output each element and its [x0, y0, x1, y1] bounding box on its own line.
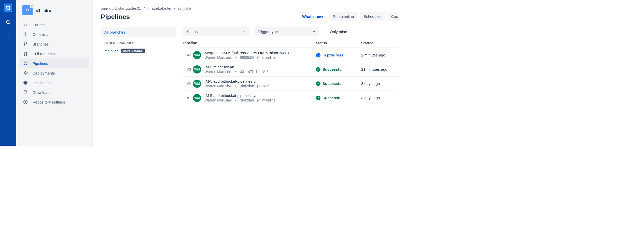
pipeline-title: IM-5 add bitbucket-pipelines.yml	[205, 79, 316, 83]
sidebar-item-repository-settings[interactable]: Repository settings	[19, 97, 89, 107]
pipeline-row[interactable]: #2WMIM-5 add bitbucket-pipelines.ymlWarr…	[183, 77, 399, 91]
only-mine-toggle[interactable]: Only mine	[330, 30, 347, 34]
svg-point-23	[235, 71, 236, 72]
global-sidebar	[0, 0, 16, 146]
status-cell: ✓Successful	[316, 96, 361, 100]
breadcrumb-item[interactable]: s3_infra	[178, 6, 191, 10]
author-name: Warren Marusiak	[205, 98, 232, 102]
sidebar-item-label: Branches	[33, 42, 49, 46]
pipeline-title: IM-5 minor tweak	[205, 65, 316, 69]
filter-row: Status Trigger type Only mine	[183, 27, 399, 36]
branch-name: IM-5	[261, 70, 269, 74]
branch-name: mainline	[262, 55, 276, 60]
breadcrumb-separator: /	[144, 6, 145, 10]
pipeline-number: #3	[183, 67, 193, 71]
sidebar-item-branches[interactable]: Branches	[19, 39, 89, 49]
sidebar-item-downloads[interactable]: Downloads	[19, 87, 89, 97]
author-avatar: WM	[193, 65, 201, 74]
commit-hash: 3bd2dab	[240, 98, 254, 102]
caches-button[interactable]: Cac	[387, 12, 399, 21]
add-icon[interactable]	[4, 33, 12, 41]
sidebar-item-label: Repository settings	[33, 100, 65, 104]
sidebar-item-pipelines[interactable]: Pipelines	[19, 58, 89, 68]
trigger-select-label: Trigger type	[258, 30, 278, 34]
sidebar-item-commits[interactable]: Commits	[19, 30, 89, 39]
svg-point-9	[26, 42, 27, 43]
svg-point-11	[24, 54, 25, 55]
branch-icon	[23, 42, 28, 46]
pipeline-info: Merged in IM-5 (pull request #1) IM-5 mi…	[205, 51, 316, 60]
branch-name: mainline	[104, 49, 119, 53]
svg-point-0	[6, 21, 9, 24]
commit-hash: 331147f	[240, 70, 253, 74]
sidebar-item-label: Jira issues	[33, 81, 51, 85]
download-icon	[23, 90, 28, 95]
started-cell: 21 minutes ago	[361, 67, 399, 71]
check-circle-icon: ✓	[316, 81, 320, 86]
page-title: Pipelines	[101, 13, 130, 21]
sidebar-item-pull-requests[interactable]: Pull requests	[19, 49, 89, 58]
search-icon[interactable]	[4, 18, 12, 26]
svg-point-38	[257, 99, 258, 100]
status-select[interactable]: Status	[183, 27, 249, 36]
all-branches-button[interactable]: All branches	[101, 27, 176, 37]
status-text: Successful	[323, 67, 343, 71]
status-select-label: Status	[187, 30, 198, 34]
commit-icon	[234, 99, 237, 102]
commit-icon	[234, 84, 237, 88]
svg-line-1	[9, 23, 10, 24]
header-pipeline: Pipeline	[183, 41, 316, 45]
trigger-type-select[interactable]: Trigger type	[254, 27, 319, 36]
breadcrumb-item[interactable]: ImageLabeller	[147, 6, 172, 10]
pipeline-row[interactable]: #4WMMerged in IM-5 (pull request #1) IM-…	[183, 48, 399, 62]
svg-point-34	[259, 85, 259, 86]
sidebar-item-label: Commits	[33, 32, 48, 37]
pipeline-info: IM-5 minor tweakWarren Marusiak331147fIM…	[205, 65, 316, 74]
chevron-down-icon	[243, 30, 246, 34]
svg-point-28	[258, 71, 258, 71]
svg-point-8	[24, 45, 25, 46]
lock-icon: 🔒	[30, 4, 34, 8]
breadcrumb-separator: /	[174, 6, 175, 10]
pipeline-row[interactable]: #3WMIM-5 minor tweakWarren Marusiak33114…	[183, 62, 399, 77]
jira-icon	[23, 80, 28, 85]
started-cell: 3 days ago	[361, 81, 399, 86]
schedules-button[interactable]: Schedules	[360, 12, 385, 21]
started-cell: 2 minutes ago	[361, 53, 399, 57]
branch-icon	[257, 99, 260, 102]
sidebar-item-label: Deployments	[33, 71, 55, 75]
author-avatar: WM	[193, 80, 201, 88]
svg-point-35	[235, 100, 236, 101]
branch-item[interactable]: mainlineMAIN BRANCH	[101, 48, 176, 54]
status-cell: ✓Successful	[316, 67, 361, 72]
bitbucket-logo-icon[interactable]	[4, 4, 12, 12]
commit-icon	[23, 32, 28, 37]
pipeline-meta: Warren Marusiak331147fIM-5	[205, 70, 316, 74]
pipeline-title: IM-5 add bitbucket-pipelines.yml	[205, 93, 316, 98]
svg-point-22	[259, 56, 259, 57]
status-text: Successful	[323, 96, 343, 100]
sidebar-item-deployments[interactable]: Deployments	[19, 68, 89, 78]
pipeline-icon	[23, 61, 28, 66]
run-pipeline-button[interactable]: Run pipeline	[329, 12, 357, 21]
pipeline-number: #4	[183, 53, 193, 57]
breadcrumb: pmmquickstartguides01/ImageLabeller/s3_i…	[101, 6, 399, 10]
pullrequest-icon	[23, 51, 28, 56]
repo-name: s3_infra	[36, 8, 51, 12]
pipeline-row[interactable]: #1WMIM-5 add bitbucket-pipelines.ymlWarr…	[183, 91, 399, 105]
commit-hash: 3bd2dab	[240, 84, 254, 88]
branch-panel: All branches OTHER BRANCHES mainlineMAIN…	[101, 27, 176, 105]
breadcrumb-item[interactable]: pmmquickstartguides01	[101, 6, 141, 10]
author-avatar: WM	[193, 51, 201, 59]
sidebar-item-label: Source	[33, 23, 45, 27]
page-actions: What's new Run pipeline Schedules Cac	[302, 12, 399, 21]
whats-new-link[interactable]: What's new	[302, 14, 323, 19]
pipeline-info: IM-5 add bitbucket-pipelines.ymlWarren M…	[205, 93, 316, 102]
gear-icon	[23, 100, 28, 104]
svg-point-21	[257, 58, 258, 59]
main-content: pmmquickstartguides01/ImageLabeller/s3_i…	[93, 0, 399, 146]
branch-name: mainline	[262, 98, 276, 102]
sidebar-item-jira-issues[interactable]: Jira issues	[19, 78, 89, 87]
author-name: Warren Marusiak	[205, 55, 232, 60]
sidebar-item-source[interactable]: Source	[19, 20, 89, 30]
